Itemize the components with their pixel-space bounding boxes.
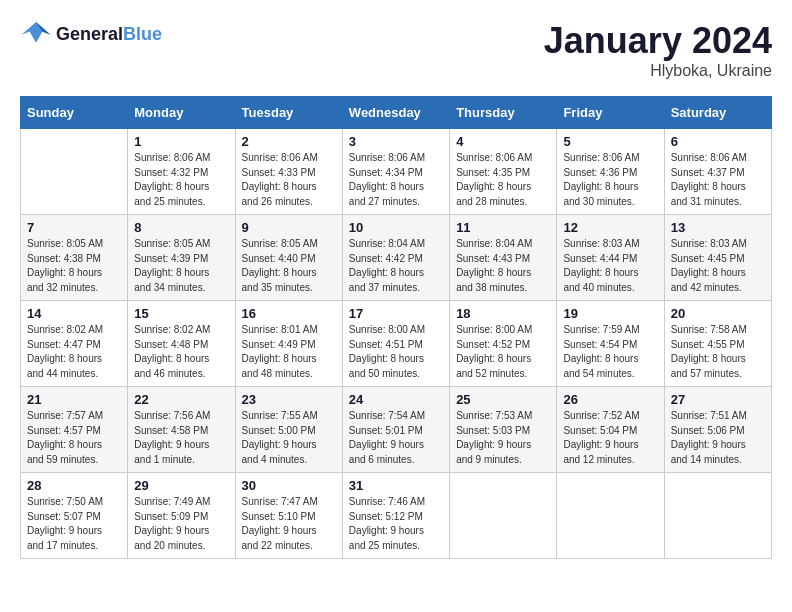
- day-info: Sunrise: 8:00 AM Sunset: 4:51 PM Dayligh…: [349, 323, 443, 381]
- day-info: Sunrise: 8:00 AM Sunset: 4:52 PM Dayligh…: [456, 323, 550, 381]
- day-number: 15: [134, 306, 228, 321]
- day-info: Sunrise: 8:03 AM Sunset: 4:45 PM Dayligh…: [671, 237, 765, 295]
- calendar-cell: 19Sunrise: 7:59 AM Sunset: 4:54 PM Dayli…: [557, 301, 664, 387]
- weekday-header-cell: Friday: [557, 97, 664, 129]
- day-info: Sunrise: 7:46 AM Sunset: 5:12 PM Dayligh…: [349, 495, 443, 553]
- calendar-cell: 11Sunrise: 8:04 AM Sunset: 4:43 PM Dayli…: [450, 215, 557, 301]
- day-info: Sunrise: 8:03 AM Sunset: 4:44 PM Dayligh…: [563, 237, 657, 295]
- day-info: Sunrise: 7:58 AM Sunset: 4:55 PM Dayligh…: [671, 323, 765, 381]
- day-info: Sunrise: 8:06 AM Sunset: 4:35 PM Dayligh…: [456, 151, 550, 209]
- calendar-week-row: 7Sunrise: 8:05 AM Sunset: 4:38 PM Daylig…: [21, 215, 772, 301]
- day-info: Sunrise: 8:02 AM Sunset: 4:48 PM Dayligh…: [134, 323, 228, 381]
- day-number: 7: [27, 220, 121, 235]
- title-block: January 2024 Hlyboka, Ukraine: [544, 20, 772, 80]
- calendar-cell: 28Sunrise: 7:50 AM Sunset: 5:07 PM Dayli…: [21, 473, 128, 559]
- day-number: 4: [456, 134, 550, 149]
- day-number: 24: [349, 392, 443, 407]
- calendar-cell: 14Sunrise: 8:02 AM Sunset: 4:47 PM Dayli…: [21, 301, 128, 387]
- day-number: 21: [27, 392, 121, 407]
- calendar-body: 1Sunrise: 8:06 AM Sunset: 4:32 PM Daylig…: [21, 129, 772, 559]
- calendar-cell: 16Sunrise: 8:01 AM Sunset: 4:49 PM Dayli…: [235, 301, 342, 387]
- calendar-cell: 15Sunrise: 8:02 AM Sunset: 4:48 PM Dayli…: [128, 301, 235, 387]
- day-info: Sunrise: 7:49 AM Sunset: 5:09 PM Dayligh…: [134, 495, 228, 553]
- weekday-header-cell: Sunday: [21, 97, 128, 129]
- day-number: 1: [134, 134, 228, 149]
- calendar-cell: 3Sunrise: 8:06 AM Sunset: 4:34 PM Daylig…: [342, 129, 449, 215]
- day-number: 20: [671, 306, 765, 321]
- calendar-cell: 22Sunrise: 7:56 AM Sunset: 4:58 PM Dayli…: [128, 387, 235, 473]
- calendar-cell: 29Sunrise: 7:49 AM Sunset: 5:09 PM Dayli…: [128, 473, 235, 559]
- calendar-cell: [557, 473, 664, 559]
- calendar-cell: 5Sunrise: 8:06 AM Sunset: 4:36 PM Daylig…: [557, 129, 664, 215]
- day-info: Sunrise: 7:52 AM Sunset: 5:04 PM Dayligh…: [563, 409, 657, 467]
- day-info: Sunrise: 7:53 AM Sunset: 5:03 PM Dayligh…: [456, 409, 550, 467]
- day-number: 28: [27, 478, 121, 493]
- day-number: 29: [134, 478, 228, 493]
- day-info: Sunrise: 8:05 AM Sunset: 4:39 PM Dayligh…: [134, 237, 228, 295]
- calendar-cell: 20Sunrise: 7:58 AM Sunset: 4:55 PM Dayli…: [664, 301, 771, 387]
- day-info: Sunrise: 8:02 AM Sunset: 4:47 PM Dayligh…: [27, 323, 121, 381]
- calendar-cell: [21, 129, 128, 215]
- day-number: 26: [563, 392, 657, 407]
- calendar-cell: 31Sunrise: 7:46 AM Sunset: 5:12 PM Dayli…: [342, 473, 449, 559]
- day-number: 9: [242, 220, 336, 235]
- day-number: 14: [27, 306, 121, 321]
- day-info: Sunrise: 8:06 AM Sunset: 4:33 PM Dayligh…: [242, 151, 336, 209]
- day-info: Sunrise: 7:54 AM Sunset: 5:01 PM Dayligh…: [349, 409, 443, 467]
- calendar-cell: 13Sunrise: 8:03 AM Sunset: 4:45 PM Dayli…: [664, 215, 771, 301]
- day-number: 8: [134, 220, 228, 235]
- calendar-cell: 30Sunrise: 7:47 AM Sunset: 5:10 PM Dayli…: [235, 473, 342, 559]
- calendar-week-row: 1Sunrise: 8:06 AM Sunset: 4:32 PM Daylig…: [21, 129, 772, 215]
- day-number: 13: [671, 220, 765, 235]
- weekday-header-cell: Monday: [128, 97, 235, 129]
- page-header: GeneralBlue January 2024 Hlyboka, Ukrain…: [20, 20, 772, 80]
- calendar-week-row: 28Sunrise: 7:50 AM Sunset: 5:07 PM Dayli…: [21, 473, 772, 559]
- calendar-cell: [664, 473, 771, 559]
- day-number: 16: [242, 306, 336, 321]
- calendar-cell: 9Sunrise: 8:05 AM Sunset: 4:40 PM Daylig…: [235, 215, 342, 301]
- day-number: 23: [242, 392, 336, 407]
- logo: GeneralBlue: [20, 20, 162, 48]
- calendar-cell: 17Sunrise: 8:00 AM Sunset: 4:51 PM Dayli…: [342, 301, 449, 387]
- location-subtitle: Hlyboka, Ukraine: [544, 62, 772, 80]
- day-info: Sunrise: 8:06 AM Sunset: 4:36 PM Dayligh…: [563, 151, 657, 209]
- day-info: Sunrise: 8:06 AM Sunset: 4:37 PM Dayligh…: [671, 151, 765, 209]
- day-info: Sunrise: 7:50 AM Sunset: 5:07 PM Dayligh…: [27, 495, 121, 553]
- day-info: Sunrise: 8:04 AM Sunset: 4:43 PM Dayligh…: [456, 237, 550, 295]
- day-info: Sunrise: 7:51 AM Sunset: 5:06 PM Dayligh…: [671, 409, 765, 467]
- calendar-cell: 26Sunrise: 7:52 AM Sunset: 5:04 PM Dayli…: [557, 387, 664, 473]
- calendar-table: SundayMondayTuesdayWednesdayThursdayFrid…: [20, 96, 772, 559]
- day-number: 22: [134, 392, 228, 407]
- weekday-header-cell: Tuesday: [235, 97, 342, 129]
- day-info: Sunrise: 8:05 AM Sunset: 4:38 PM Dayligh…: [27, 237, 121, 295]
- calendar-cell: 6Sunrise: 8:06 AM Sunset: 4:37 PM Daylig…: [664, 129, 771, 215]
- day-number: 2: [242, 134, 336, 149]
- day-info: Sunrise: 8:01 AM Sunset: 4:49 PM Dayligh…: [242, 323, 336, 381]
- day-number: 25: [456, 392, 550, 407]
- day-info: Sunrise: 8:04 AM Sunset: 4:42 PM Dayligh…: [349, 237, 443, 295]
- calendar-cell: 1Sunrise: 8:06 AM Sunset: 4:32 PM Daylig…: [128, 129, 235, 215]
- calendar-cell: 24Sunrise: 7:54 AM Sunset: 5:01 PM Dayli…: [342, 387, 449, 473]
- day-number: 11: [456, 220, 550, 235]
- logo-icon: [20, 20, 52, 48]
- day-info: Sunrise: 7:47 AM Sunset: 5:10 PM Dayligh…: [242, 495, 336, 553]
- calendar-cell: 12Sunrise: 8:03 AM Sunset: 4:44 PM Dayli…: [557, 215, 664, 301]
- day-info: Sunrise: 7:56 AM Sunset: 4:58 PM Dayligh…: [134, 409, 228, 467]
- weekday-header-row: SundayMondayTuesdayWednesdayThursdayFrid…: [21, 97, 772, 129]
- day-info: Sunrise: 8:06 AM Sunset: 4:32 PM Dayligh…: [134, 151, 228, 209]
- day-number: 17: [349, 306, 443, 321]
- calendar-cell: 2Sunrise: 8:06 AM Sunset: 4:33 PM Daylig…: [235, 129, 342, 215]
- day-number: 27: [671, 392, 765, 407]
- weekday-header-cell: Saturday: [664, 97, 771, 129]
- calendar-cell: 8Sunrise: 8:05 AM Sunset: 4:39 PM Daylig…: [128, 215, 235, 301]
- calendar-cell: [450, 473, 557, 559]
- calendar-cell: 23Sunrise: 7:55 AM Sunset: 5:00 PM Dayli…: [235, 387, 342, 473]
- day-number: 18: [456, 306, 550, 321]
- calendar-cell: 4Sunrise: 8:06 AM Sunset: 4:35 PM Daylig…: [450, 129, 557, 215]
- day-number: 6: [671, 134, 765, 149]
- day-info: Sunrise: 7:59 AM Sunset: 4:54 PM Dayligh…: [563, 323, 657, 381]
- day-number: 12: [563, 220, 657, 235]
- day-number: 31: [349, 478, 443, 493]
- logo-text: GeneralBlue: [56, 24, 162, 45]
- day-info: Sunrise: 8:06 AM Sunset: 4:34 PM Dayligh…: [349, 151, 443, 209]
